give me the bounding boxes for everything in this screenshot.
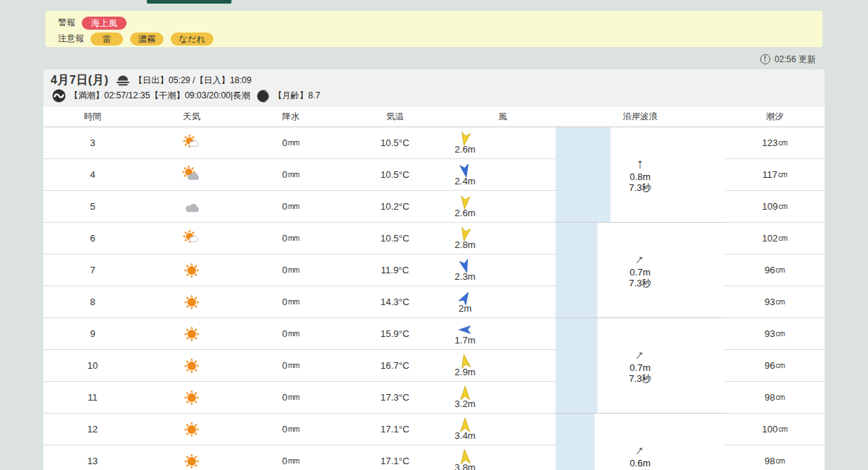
wind-speed-label: 2.6m: [455, 144, 476, 155]
weather-cell: [142, 445, 242, 470]
wave-group: ↑0.7m7.3秒: [556, 318, 725, 414]
wave-group: ↑0.6m7.3秒: [556, 414, 725, 470]
precip-cell: 0mm: [242, 159, 340, 190]
wave-period-label: 7.3秒: [629, 182, 651, 193]
weather-sun-graycloud-icon: [181, 166, 203, 184]
advisory-label: 注意報: [58, 33, 84, 45]
hour-cell: 8: [43, 286, 142, 317]
precip-cell: 0mm: [242, 223, 340, 254]
wind-cell: 2m: [450, 286, 556, 317]
wind-cell: 2.9m: [450, 350, 556, 381]
precip-unit: mm: [288, 139, 299, 147]
precip-unit: mm: [288, 171, 299, 179]
advisory-pill[interactable]: 濃霧: [130, 33, 163, 46]
precip-cell: 0mm: [242, 445, 340, 470]
weather-forecast-page: 警報 海上風 注意報 雷濃霧なだれ ! 02:56 更新 4月7日(月) 【日出…: [0, 0, 868, 470]
wind-speed-label: 3.4m: [455, 430, 476, 441]
weather-sun-cloud-icon: [181, 229, 203, 248]
wind-speed-label: 2.8m: [455, 239, 476, 250]
table-row-left: 30mm10.5°C2.6m: [43, 127, 556, 159]
temp-cell: 15.9°C: [340, 318, 450, 349]
tide-value: 98: [765, 392, 775, 403]
column-header: 気温: [340, 111, 450, 123]
column-header: 沿岸波浪: [556, 111, 725, 123]
wind-cell: 3.8m: [450, 445, 556, 470]
date-title: 4月7日(月): [51, 73, 109, 88]
tide-unit: cm: [778, 202, 787, 210]
weather-cell: [142, 318, 242, 349]
temp-cell: 11.9°C: [340, 255, 450, 286]
weather-sun-cloud-icon: [181, 134, 203, 153]
tide-unit: cm: [778, 139, 787, 147]
precip-cell: 0mm: [242, 318, 340, 349]
tide-unit: cm: [778, 171, 787, 179]
tide-cell: 117cm: [725, 159, 825, 191]
tide-value: 96: [765, 360, 775, 371]
wind-speed-label: 2.6m: [455, 208, 476, 218]
wave-direction-arrow: ↑: [633, 251, 647, 267]
table-row-left: 50mm10.2°C2.6m: [43, 191, 556, 223]
advisory-pill[interactable]: 雷: [90, 33, 123, 46]
weather-sunny-icon: [181, 293, 203, 312]
hour-cell: 4: [43, 159, 142, 190]
precip-cell: 0mm: [242, 127, 340, 158]
weather-cloudy-icon: [181, 197, 203, 216]
tide-cell: 100cm: [725, 414, 825, 445]
tide-unit: cm: [776, 266, 785, 274]
moon-age-info: 【月齢】8.7: [273, 90, 320, 102]
weather-sunny-icon: [181, 420, 203, 439]
update-time-label: 02:56 更新: [775, 54, 816, 66]
weather-sunny-icon: [181, 388, 203, 407]
wind-cell: 2.8m: [450, 223, 556, 254]
precip-cell: 0mm: [242, 350, 340, 381]
weather-sunny-icon: [181, 325, 203, 343]
hour-cell: 5: [43, 191, 142, 222]
tide-cell: 93cm: [725, 318, 825, 350]
table-row-left: 80mm14.3°C2m: [43, 286, 556, 318]
tide-times-info: 【満潮】02:57/12:35【干潮】09:03/20:00|長潮: [69, 90, 250, 102]
tide-value: 123: [762, 137, 778, 148]
weather-cell: [142, 414, 242, 445]
table-row-left: 100mm16.7°C2.9m: [43, 350, 556, 382]
column-header: 降水: [242, 111, 340, 123]
precip-unit: mm: [288, 234, 299, 242]
precip-value: 0: [282, 328, 287, 339]
precip-value: 0: [282, 201, 287, 212]
table-row-left: 110mm17.3°C3.2m: [43, 382, 556, 414]
advisory-pill[interactable]: なだれ: [171, 33, 213, 46]
wave-height-label: 0.7m: [630, 362, 651, 373]
coastal-wave-column: ↑0.8m7.3秒↑0.7m7.3秒↑0.7m7.3秒↑0.6m7.3秒: [556, 127, 725, 470]
sunrise-icon: [116, 75, 130, 86]
precip-value: 0: [282, 265, 287, 275]
wave-height-label: 0.7m: [630, 267, 651, 278]
temp-cell: 10.5°C: [340, 223, 450, 254]
precip-unit: mm: [288, 266, 299, 274]
active-tab-indicator[interactable]: [147, 0, 231, 4]
wind-speed-label: 2m: [459, 303, 472, 314]
sunrise-sunset-info: 【日出】05:29 /【日入】18:09: [134, 74, 252, 87]
precip-unit: mm: [288, 425, 299, 433]
wave-period-label: 7.3秒: [629, 278, 651, 289]
tide-unit: cm: [776, 298, 785, 306]
weather-sunny-icon: [181, 452, 203, 470]
tide-cell: 109cm: [725, 191, 825, 223]
tide-value: 98: [765, 456, 775, 466]
precip-value: 0: [282, 233, 287, 244]
warning-pill[interactable]: 海上風: [82, 17, 127, 30]
tide-cell: 98cm: [725, 382, 825, 414]
tide-cell: 96cm: [725, 350, 825, 382]
warning-label: 警報: [58, 17, 75, 29]
tide-value: 93: [765, 328, 775, 339]
hour-cell: 11: [43, 382, 142, 413]
tide-unit: cm: [776, 457, 785, 465]
table-row-left: 60mm10.5°C2.8m: [43, 223, 556, 255]
update-time: ! 02:56 更新: [760, 54, 816, 65]
wave-info: ↑0.6m7.3秒: [629, 443, 651, 470]
wind-speed-label: 3.2m: [455, 398, 476, 409]
tide-unit: cm: [776, 362, 785, 369]
tide-value: 102: [762, 233, 778, 244]
tide-value: 117: [762, 169, 778, 180]
tide-value: 100: [762, 424, 778, 435]
weather-cell: [142, 255, 242, 286]
wave-height-bar: [556, 318, 597, 413]
